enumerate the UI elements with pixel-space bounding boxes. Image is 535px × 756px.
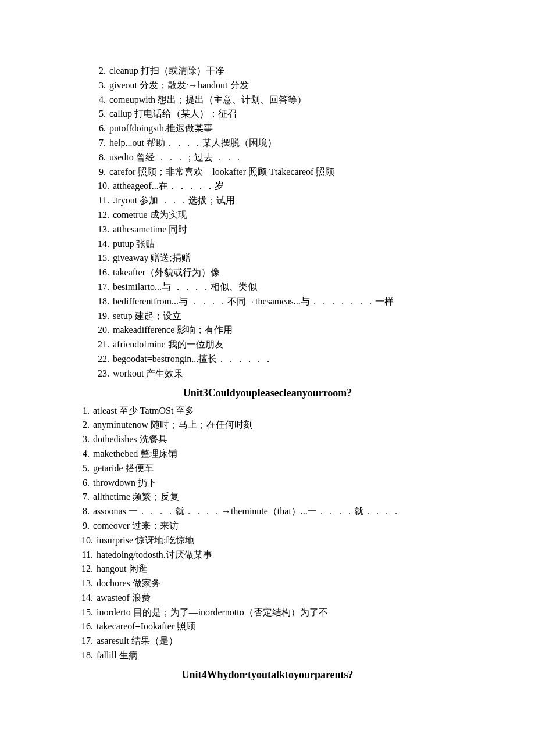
item-number: 18. [86,295,113,309]
list2-item: 5.getaride 搭便车 [70,461,465,476]
item-number: 17. [70,634,97,648]
item-text: allthetime 频繁；反复 [93,490,465,504]
item-number: 21. [86,338,113,352]
item-text: hatedoing/todosth.讨厌做某事 [97,548,465,562]
item-number: 6. [70,476,93,490]
list2-item: 2.anyminutenow 随时；马上；在任何时刻 [70,418,465,432]
item-number: 16. [86,266,113,280]
list1-item: 13. atthesametime 同时 [86,223,465,237]
item-text: asaresult 结果（是） [97,634,465,648]
list1-item: 16. takeafter（外貌或行为）像 [86,266,465,280]
list1-item: 10. attheageof...在．．．．．岁 [86,179,465,194]
list1-item: 6.putoffdoingsth.推迟做某事 [86,121,465,136]
list1-item: 15. giveaway 赠送;捐赠 [86,251,465,266]
item-text: attheageof...在．．．．．岁 [113,179,465,194]
item-number: 9. [86,165,109,180]
item-number: 20. [86,323,113,338]
unit3-heading: Unit3Couldyoupleasecleanyourroom? [70,387,465,399]
unit4-heading: Unit4Whydon·tyoutalktoyourparents? [70,669,465,681]
list2-item: 10. insurprise 惊讶地;吃惊地 [70,533,465,548]
list1-item: 18. bedifferentfrom...与 ．．．．不同→thesameas… [86,295,465,309]
item-text: assoonas 一．．．．就．．．．→theminute（that）...一．… [93,504,465,519]
item-text: comeover 过来；来访 [93,519,465,533]
item-text: .tryout 参加 ．．．选拔；试用 [113,194,465,208]
item-text: cometrue 成为实现 [113,208,465,223]
item-text: bedifferentfrom...与 ．．．．不同→thesameas...与… [113,295,465,309]
list1-item: 2.cleanup 打扫（或清除）干净 [86,64,465,78]
list2-item: 16. takecareof=Iookafter 照顾 [70,619,465,634]
list2-item: 8.assoonas 一．．．．就．．．．→theminute（that）...… [70,504,465,519]
item-text: besimilarto...与 ．．．．相似、类似 [113,280,465,295]
item-number: 10. [86,179,113,194]
item-number: 18. [70,648,97,663]
item-text: callup 打电话给（某人）；征召 [109,107,465,121]
item-number: 14. [70,591,97,605]
item-text: begoodat=bestrongin...擅长．．．．．． [113,352,465,367]
document-page: 2.cleanup 打扫（或清除）干净3.giveout 分发；散发·→hand… [0,0,535,721]
item-text: putoffdoingsth.推迟做某事 [109,121,465,136]
list1-item: 19. setup 建起；设立 [86,309,465,324]
vocab-list-2: 1.atleast 至少 TatmOSt 至多2.anyminutenow 随时… [70,404,465,663]
item-number: 8. [86,151,109,165]
item-text: takeafter（外貌或行为）像 [113,266,465,280]
item-number: 2. [70,418,93,432]
item-number: 14. [86,237,113,252]
item-text: putup 张贴 [113,237,465,252]
list1-item: 12. cometrue 成为实现 [86,208,465,223]
item-text: setup 建起；设立 [113,309,465,324]
list2-item: 9.comeover 过来；来访 [70,519,465,533]
item-text: afriendofmine 我的一位朋友 [113,338,465,352]
list1-item: 3.giveout 分发；散发·→handout 分发 [86,78,465,93]
item-text: insurprise 惊讶地;吃惊地 [97,533,465,548]
list1-item: 17. besimilarto...与 ．．．．相似、类似 [86,280,465,295]
list1-item: 7.help...out 帮助．．．．某人摆脱（困境） [86,136,465,151]
list2-item: 6.throwdown 扔下 [70,476,465,490]
item-text: atthesametime 同时 [113,223,465,237]
item-number: 13. [86,223,113,237]
item-text: carefor 照顾；非常喜欢—lookafter 照顾 Ttakecareof… [109,165,465,180]
list2-item: 18. fallill 生病 [70,648,465,663]
list2-item: 17. asaresult 结果（是） [70,634,465,648]
item-number: 8. [70,504,93,519]
list1-item: 22. begoodat=bestrongin...擅长．．．．．． [86,352,465,367]
item-number: 12. [70,562,97,576]
item-text: dothedishes 洗餐具 [93,432,465,447]
list1-item: 8.usedto 曾经 ．．．；过去 ．．． [86,151,465,165]
list1-item: 11..tryout 参加 ．．．选拔；试用 [86,194,465,208]
list1-item: 21. afriendofmine 我的一位朋友 [86,338,465,352]
list1-item: 20. makeadifference 影响；有作用 [86,323,465,338]
list2-item: 7.allthetime 频繁；反复 [70,490,465,504]
item-number: 15. [86,251,113,266]
item-number: 6. [86,121,109,136]
item-text: giveaway 赠送;捐赠 [113,251,465,266]
item-number: 7. [70,490,93,504]
item-number: 5. [70,461,93,476]
item-text: getaride 搭便车 [93,461,465,476]
item-text: hangout 闲逛 [97,562,465,576]
item-number: 10. [70,533,97,548]
item-text: anyminutenow 随时；马上；在任何时刻 [93,418,465,432]
vocab-list-1: 2.cleanup 打扫（或清除）干净3.giveout 分发；散发·→hand… [70,64,465,381]
item-number: 5. [86,107,109,121]
item-number: 19. [86,309,113,324]
list1-item: 4.comeupwith 想出；提出（主意、计划、回答等） [86,93,465,108]
item-text: workout 产生效果 [113,367,465,381]
list1-item: 5.callup 打电话给（某人）；征召 [86,107,465,121]
list2-item: 12. hangout 闲逛 [70,562,465,576]
item-number: 4. [86,93,109,108]
item-number: 4. [70,447,93,461]
list1-item: 9.carefor 照顾；非常喜欢—lookafter 照顾 Ttakecare… [86,165,465,180]
item-number: 11. [86,194,113,208]
item-number: 9. [70,519,93,533]
item-text: takecareof=Iookafter 照顾 [97,619,465,634]
item-text: comeupwith 想出；提出（主意、计划、回答等） [109,93,465,108]
item-number: 3. [86,78,109,93]
item-number: 16. [70,619,97,634]
item-number: 1. [70,404,93,418]
list2-item: 1.atleast 至少 TatmOSt 至多 [70,404,465,418]
item-text: throwdown 扔下 [93,476,465,490]
item-text: cleanup 打扫（或清除）干净 [109,64,465,78]
list1-item: 23. workout 产生效果 [86,367,465,381]
item-text: usedto 曾经 ．．．；过去 ．．． [109,151,465,165]
item-number: 11. [70,548,97,562]
